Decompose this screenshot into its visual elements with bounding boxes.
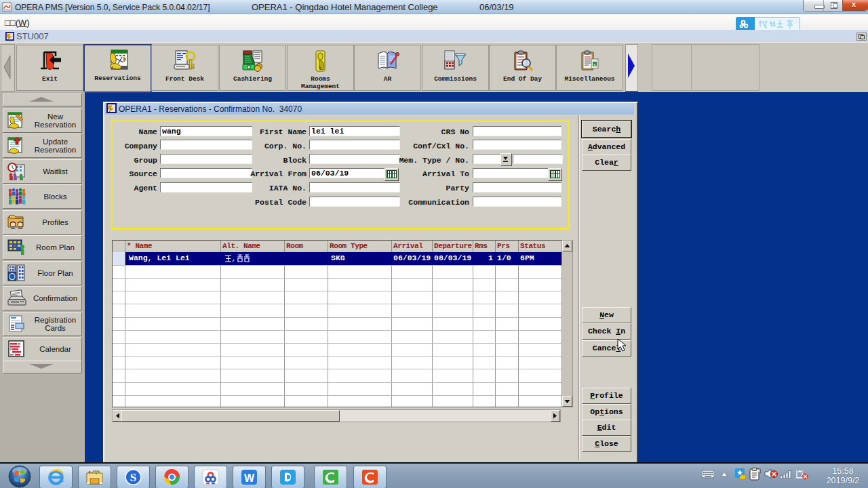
svg-text:$: $ [593, 63, 596, 68]
svg-text:S: S [130, 471, 136, 484]
svg-text:W: W [244, 472, 255, 484]
